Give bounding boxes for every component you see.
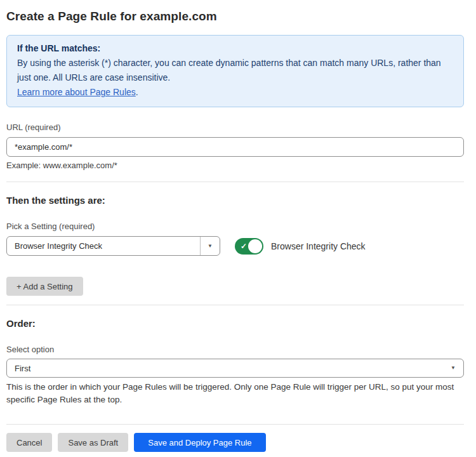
setting-dropdown-arrow-button[interactable]: ▼ [200,237,220,255]
url-match-info-box: If the URL matches: By using the asteris… [6,35,464,107]
divider [6,305,464,305]
order-select[interactable]: First ▼ [6,359,464,378]
setting-toggle-label: Browser Integrity Check [271,241,366,251]
url-example-hint: Example: www.example.com/* [6,161,464,171]
order-select-value: First [15,364,30,373]
setting-toggle-group: ✓ Browser Integrity Check [235,238,366,255]
setting-row: Browser Integrity Check ▼ ✓ Browser Inte… [6,236,464,256]
save-and-deploy-button[interactable]: Save and Deploy Page Rule [134,433,265,452]
setting-toggle[interactable]: ✓ [235,238,263,255]
setting-dropdown-value: Browser Integrity Check [7,237,200,255]
page-title: Create a Page Rule for example.com [6,9,464,23]
cancel-button[interactable]: Cancel [6,433,52,452]
setting-dropdown[interactable]: Browser Integrity Check ▼ [6,236,220,256]
footer-actions: Cancel Save as Draft Save and Deploy Pag… [6,433,464,452]
url-input[interactable] [6,137,464,157]
learn-more-link[interactable]: Learn more about Page Rules [17,87,136,97]
info-box-heading: If the URL matches: [17,41,453,56]
order-select-label: Select option [6,345,464,355]
divider [6,424,464,425]
add-setting-button[interactable]: + Add a Setting [6,277,83,296]
chevron-down-icon: ▼ [451,366,456,371]
pick-setting-label: Pick a Setting (required) [6,222,464,232]
order-section-heading: Order: [6,318,464,329]
info-link-row: Learn more about Page Rules. [17,85,453,100]
check-icon: ✓ [241,242,247,250]
url-field-label: URL (required) [6,123,464,133]
order-help-text: This is the order in which your Page Rul… [6,381,464,406]
chevron-down-icon: ▼ [208,244,213,249]
settings-section-heading: Then the settings are: [6,195,464,206]
divider [6,182,464,182]
toggle-knob [248,239,262,253]
info-box-body: By using the asterisk (*) character, you… [17,56,453,85]
create-page-rule-form: Create a Page Rule for example.com If th… [0,0,476,452]
link-suffix: . [136,87,138,97]
save-as-draft-button[interactable]: Save as Draft [58,433,128,452]
